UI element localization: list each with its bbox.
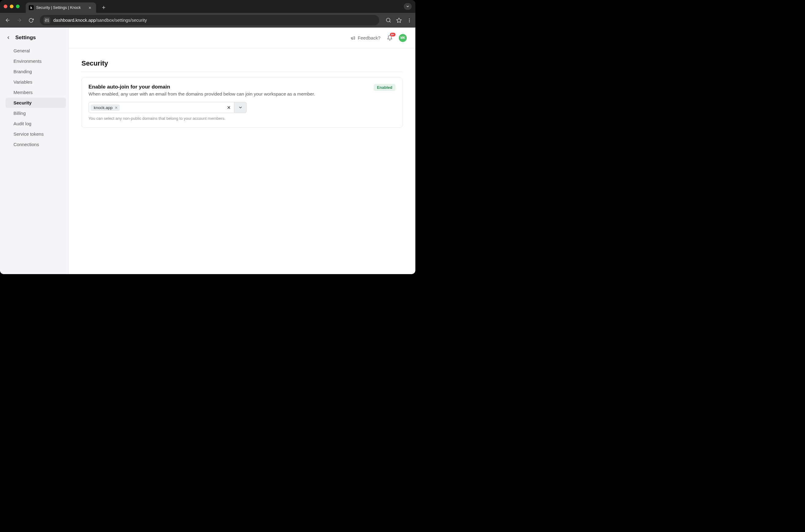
sidebar-title: Settings [15, 35, 36, 41]
site-settings-icon[interactable] [43, 17, 50, 24]
sidebar-item-branding[interactable]: Branding [5, 66, 66, 77]
notifications-button[interactable]: 9+ [386, 34, 393, 42]
nav-reload-button[interactable] [26, 16, 36, 25]
tab-title: Security | Settings | Knock [36, 5, 86, 10]
domain-multiselect[interactable]: knock.app [89, 102, 234, 113]
svg-point-20 [409, 21, 410, 22]
status-badge: Enabled [374, 84, 396, 91]
window-fullscreen-button[interactable] [16, 5, 20, 8]
domain-hint: You can select any non-public domains th… [89, 116, 396, 121]
browser-toolbar: dashboard.knock.app/sandbox/settings/sec… [0, 13, 415, 27]
svg-line-16 [389, 21, 390, 22]
card-title: Enable auto-join for your domain [89, 84, 315, 90]
page-title: Security [81, 59, 402, 72]
new-tab-button[interactable] [99, 3, 108, 12]
browser-tab-bar: k Security | Settings | Knock [0, 0, 415, 13]
sidebar-back-button[interactable] [5, 34, 12, 41]
avatar[interactable]: MK [399, 34, 407, 42]
nav-forward-button[interactable] [15, 16, 24, 25]
notification-badge: 9+ [390, 33, 396, 37]
sidebar-item-security[interactable]: Security [5, 98, 66, 108]
tab-overflow-button[interactable] [404, 3, 412, 10]
window-close-button[interactable] [4, 5, 7, 8]
nav-back-button[interactable] [3, 16, 12, 25]
sidebar-item-environments[interactable]: Environments [5, 56, 66, 66]
sidebar-item-members[interactable]: Members [5, 87, 66, 97]
megaphone-icon [350, 36, 355, 40]
svg-marker-17 [396, 18, 401, 22]
chip-remove-button[interactable] [115, 106, 118, 109]
tab-favicon: k [29, 5, 34, 10]
browser-tab-active[interactable]: k Security | Settings | Knock [26, 2, 96, 13]
sidebar-item-billing[interactable]: Billing [5, 108, 66, 118]
settings-sidebar: Settings GeneralEnvironmentsBrandingVari… [0, 27, 69, 274]
domain-chip-label: knock.app [94, 106, 113, 110]
url-text: dashboard.knock.app/sandbox/settings/sec… [53, 18, 147, 23]
domain-dropdown-button[interactable] [234, 102, 247, 113]
sidebar-item-service-tokens[interactable]: Service tokens [5, 129, 66, 139]
svg-point-19 [409, 20, 410, 21]
zoom-icon[interactable] [385, 17, 391, 23]
feedback-label: Feedback? [358, 35, 380, 40]
feedback-button[interactable]: Feedback? [350, 35, 380, 40]
sidebar-item-audit-log[interactable]: Audit log [5, 118, 66, 129]
tab-close-button[interactable] [88, 6, 93, 10]
domain-chip: knock.app [91, 104, 120, 111]
sidebar-item-variables[interactable]: Variables [5, 77, 66, 87]
clear-all-button[interactable] [227, 106, 231, 110]
window-minimize-button[interactable] [10, 5, 14, 8]
svg-point-18 [409, 18, 410, 19]
auto-join-card: Enable auto-join for your domain When en… [81, 77, 402, 128]
window-controls [4, 5, 20, 8]
sidebar-item-general[interactable]: General [5, 46, 66, 56]
card-subtitle: When enabled, any user with an email fro… [89, 91, 315, 96]
bookmark-star-icon[interactable] [396, 17, 402, 23]
address-bar[interactable]: dashboard.knock.app/sandbox/settings/sec… [40, 15, 379, 25]
app-header: Feedback? 9+ MK [69, 27, 415, 49]
sidebar-item-connections[interactable]: Connections [5, 139, 66, 150]
browser-menu-icon[interactable] [406, 17, 412, 23]
